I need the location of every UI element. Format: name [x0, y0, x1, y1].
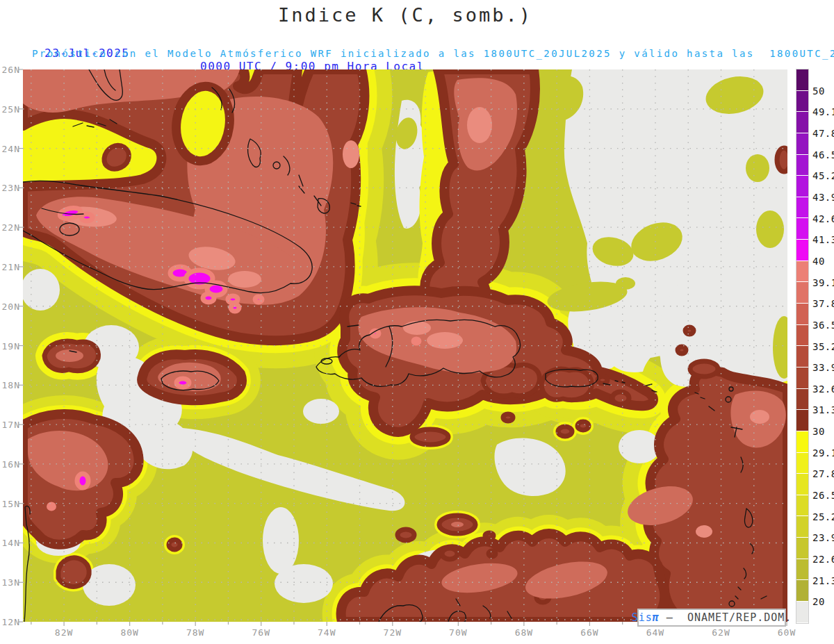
- lon-label-66W: 66W: [580, 627, 598, 638]
- colorbar-segment-16: [796, 410, 808, 431]
- lat-label-17N: 17N: [1, 420, 20, 430]
- magenta-southwest: [77, 474, 88, 488]
- lon-label-78W: 78W: [186, 627, 204, 638]
- colorbar-segment-18: [796, 453, 808, 474]
- colorbar-label-25.2: 25.2: [812, 511, 834, 522]
- lon-label-82W: 82W: [55, 627, 73, 638]
- watermark-brand: Sis: [632, 611, 653, 624]
- colorbar-segment-1: [796, 91, 808, 113]
- lat-label-16N: 16N: [1, 459, 20, 469]
- lon-label-62W: 62W: [712, 627, 730, 638]
- colorbar-label-29.1: 29.1: [812, 447, 834, 459]
- colorbar-segment-10: [796, 282, 808, 304]
- colorbar-label-32.6: 32.6: [812, 383, 834, 395]
- colorbar-label-47.8: 47.8: [812, 128, 834, 139]
- colorbar-segment-0: [796, 69, 808, 91]
- colorbar-segment-14: [796, 368, 808, 389]
- lon-label-60W: 60W: [778, 627, 796, 638]
- colorbar-label-23.9: 23.9: [812, 532, 834, 543]
- colorbar-segment-4: [796, 155, 808, 176]
- colorbar-segment-8: [796, 240, 808, 261]
- colorbar-segment-15: [796, 389, 808, 411]
- colorbar-segment-9: [796, 261, 808, 283]
- magenta-jamaica: [177, 379, 189, 387]
- colorbar-segment-3: [796, 133, 808, 155]
- colorbar-label-35.2: 35.2: [812, 341, 834, 352]
- lat-label-19N: 19N: [1, 340, 20, 351]
- colorbar-label-41.3: 41.3: [812, 234, 834, 245]
- watermark-separator: [660, 611, 667, 624]
- lat-label-22N: 22N: [1, 222, 20, 233]
- colorbar-label-45.2: 45.2: [812, 170, 834, 181]
- colorbar-label-42.6: 42.6: [812, 213, 834, 224]
- colorbar-segment-17: [796, 431, 808, 453]
- lat-label-23N: 23N: [1, 183, 20, 193]
- lon-label-64W: 64W: [646, 627, 664, 638]
- colorbar-label-39.1: 39.1: [812, 277, 834, 288]
- colorbar-label-26.5: 26.5: [812, 490, 834, 501]
- colorbar-label-40: 40: [812, 256, 825, 267]
- lon-label-72W: 72W: [384, 627, 402, 638]
- colorbar-segment-22: [796, 538, 808, 559]
- lat-label-21N: 21N: [1, 261, 20, 272]
- colorbar-segment-2: [796, 112, 808, 133]
- colorbar-segment-24: [796, 580, 808, 602]
- colorbar-label-27.8: 27.8: [812, 468, 834, 479]
- colorbar-segment-12: [796, 325, 808, 347]
- lat-label-13N: 13N: [1, 577, 20, 588]
- color-scale-bar: [796, 69, 808, 623]
- colorbar-label-36.5: 36.5: [812, 320, 834, 331]
- lon-label-70W: 70W: [449, 627, 467, 638]
- colorbar-segment-25: [796, 602, 808, 623]
- colorbar-label-43.9: 43.9: [812, 192, 834, 203]
- colorbar-label-22.6: 22.6: [812, 554, 834, 565]
- colorbar-label-37.8: 37.8: [812, 298, 834, 309]
- colorbar-label-49.1: 49.1: [812, 106, 834, 117]
- colorbar-label-50: 50: [812, 85, 825, 97]
- colorbar-label-46.5: 46.5: [812, 149, 834, 160]
- lat-label-18N: 18N: [1, 380, 20, 390]
- lat-label-24N: 24N: [1, 143, 20, 154]
- lat-label-14N: 14N: [1, 538, 20, 548]
- colorbar-label-33.9: 33.9: [812, 362, 834, 373]
- watermark-pi-symbol: π: [653, 611, 660, 624]
- watermark-org: ONAMET/REP.DOM.: [687, 611, 792, 624]
- weather-map-figure: Indice K (C, somb.) 23-Jul-2025 0000 UTC…: [0, 0, 834, 644]
- lat-label-25N: 25N: [1, 104, 20, 114]
- lat-label-20N: 20N: [1, 301, 20, 311]
- lon-label-74W: 74W: [318, 627, 336, 638]
- colorbar-label-20: 20: [812, 596, 825, 607]
- map-svg: [0, 0, 834, 644]
- colorbar-segment-23: [796, 559, 808, 581]
- colorbar-segment-7: [796, 218, 808, 240]
- colorbar-label-30: 30: [812, 426, 825, 437]
- watermark-badge: Sisπ – ONAMET/REP.DOM.: [637, 609, 786, 627]
- colorbar-segment-19: [796, 474, 808, 495]
- brown-patch-puerto-rico-east: [541, 369, 591, 400]
- colorbar-segment-6: [796, 197, 808, 219]
- colorbar-label-21.3: 21.3: [812, 575, 834, 586]
- colorbar-segment-21: [796, 516, 808, 538]
- colorbar-label-31.3: 31.3: [812, 404, 834, 415]
- lat-label-12N: 12N: [1, 617, 20, 627]
- colorbar-segment-13: [796, 346, 808, 368]
- lat-label-26N: 26N: [1, 65, 20, 75]
- lat-label-15N: 15N: [1, 498, 20, 509]
- lon-label-76W: 76W: [252, 627, 270, 638]
- lon-label-80W: 80W: [120, 627, 138, 638]
- lon-label-68W: 68W: [515, 627, 533, 638]
- colorbar-segment-11: [796, 304, 808, 325]
- colorbar-segment-5: [796, 176, 808, 197]
- colorbar-segment-20: [796, 495, 808, 517]
